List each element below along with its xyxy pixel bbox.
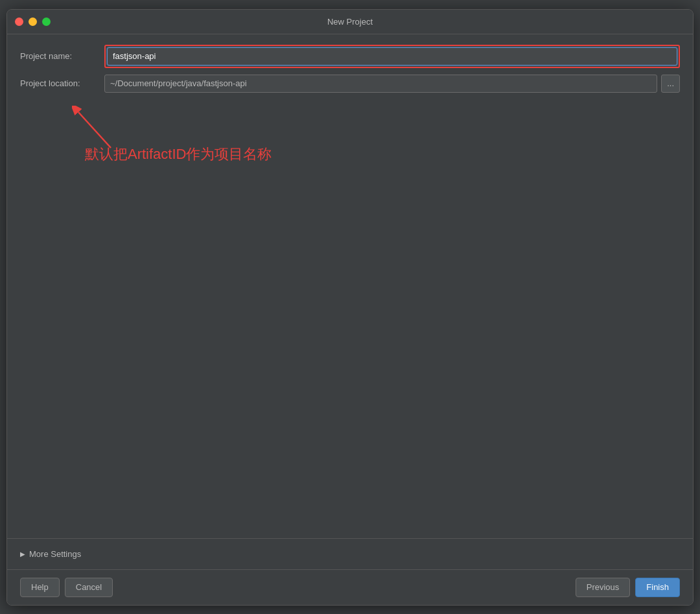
location-input-wrap	[104, 75, 657, 93]
project-location-input[interactable]	[104, 75, 657, 93]
more-settings-section: ▶ More Settings	[7, 538, 693, 569]
triangle-icon: ▶	[20, 550, 25, 558]
footer: Help Cancel Previous Finish	[7, 569, 693, 605]
more-settings-label: More Settings	[29, 549, 81, 559]
previous-button[interactable]: Previous	[576, 578, 631, 597]
annotation-text: 默认把ArtifactID作为项目名称	[85, 145, 272, 164]
minimize-button[interactable]	[29, 18, 37, 26]
project-name-input[interactable]	[107, 47, 677, 65]
project-name-row: Project name:	[20, 45, 680, 68]
svg-line-1	[78, 112, 111, 148]
project-location-label: Project location:	[20, 78, 104, 88]
annotation-area: 默认把ArtifactID作为项目名称	[20, 106, 680, 528]
traffic-lights	[15, 18, 51, 26]
title-bar: New Project	[7, 10, 693, 34]
main-content: Project name: Project location: ...	[7, 34, 693, 538]
footer-right-buttons: Previous Finish	[576, 578, 680, 597]
help-button[interactable]: Help	[20, 578, 60, 597]
browse-button[interactable]: ...	[661, 75, 680, 93]
location-input-row: ...	[104, 75, 680, 93]
close-button[interactable]	[15, 18, 23, 26]
more-settings-toggle[interactable]: ▶ More Settings	[20, 545, 680, 563]
project-name-label: Project name:	[20, 51, 104, 61]
cancel-button[interactable]: Cancel	[65, 578, 113, 597]
new-project-window: New Project Project name: Project locati…	[6, 9, 694, 606]
finish-button[interactable]: Finish	[635, 578, 680, 597]
footer-left-buttons: Help Cancel	[20, 578, 113, 597]
maximize-button[interactable]	[42, 18, 51, 26]
project-location-row: Project location: ...	[20, 75, 680, 93]
project-name-highlight-box	[104, 45, 680, 68]
window-title: New Project	[327, 17, 373, 27]
